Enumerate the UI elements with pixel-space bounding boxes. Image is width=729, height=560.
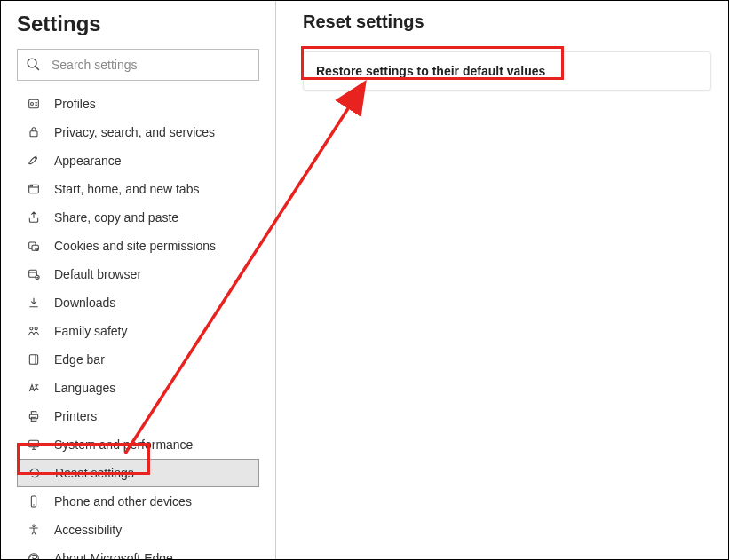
sidebar-item-printers[interactable]: Printers: [17, 402, 259, 430]
browser-icon: [26, 267, 42, 281]
sidebar-item-about[interactable]: About Microsoft Edge: [17, 544, 259, 559]
sidebar-item-label: Start, home, and new tabs: [54, 182, 199, 196]
sidebar-item-label: About Microsoft Edge: [54, 551, 173, 559]
sidebar-item-reset[interactable]: Reset settings: [17, 459, 259, 487]
svg-point-8: [30, 185, 31, 186]
restore-defaults-button[interactable]: Restore settings to their default values: [303, 51, 711, 91]
content-pane: Reset settings Restore settings to their…: [276, 1, 728, 559]
sidebar-item-label: Privacy, search, and services: [54, 125, 215, 139]
cookies-icon: [26, 239, 42, 253]
sidebar-item-system[interactable]: System and performance: [17, 430, 259, 459]
sidebar-item-label: Printers: [54, 409, 97, 423]
svg-line-1: [36, 67, 39, 70]
restore-defaults-label: Restore settings to their default values: [316, 64, 545, 78]
svg-point-16: [30, 327, 33, 330]
sidebar-item-label: Accessibility: [54, 523, 122, 537]
sidebar-item-label: Profiles: [54, 97, 96, 111]
svg-point-5: [36, 158, 37, 160]
share-icon: [26, 210, 42, 225]
settings-sidebar: Settings Profiles Privacy, search, and s…: [1, 1, 276, 559]
svg-rect-4: [30, 131, 37, 137]
sidebar-item-cookies[interactable]: Cookies and site permissions: [17, 232, 259, 260]
svg-rect-22: [31, 417, 36, 421]
sidebar-item-label: System and performance: [54, 438, 193, 452]
svg-rect-20: [29, 414, 37, 419]
sidebar-item-label: Languages: [54, 381, 115, 395]
sidebar-item-label: Cookies and site permissions: [54, 239, 216, 253]
printer-icon: [26, 409, 42, 423]
nav-list: Profiles Privacy, search, and services A…: [17, 90, 259, 559]
edge-icon: [26, 551, 42, 559]
sidebar-item-accessibility[interactable]: Accessibility: [17, 516, 259, 544]
sidebar-item-label: Share, copy and paste: [54, 210, 178, 225]
sidebar-item-label: Default browser: [54, 267, 141, 281]
phone-icon: [26, 494, 42, 509]
sidebar-item-share[interactable]: Share, copy and paste: [17, 203, 259, 232]
svg-point-17: [35, 327, 37, 330]
svg-rect-18: [29, 355, 37, 365]
svg-rect-21: [31, 412, 36, 414]
sidebar-item-phone[interactable]: Phone and other devices: [17, 487, 259, 516]
sidebar-item-default-browser[interactable]: Default browser: [17, 260, 259, 288]
svg-rect-23: [29, 440, 39, 446]
start-icon: [26, 182, 42, 196]
sidebar-item-appearance[interactable]: Appearance: [17, 146, 259, 175]
sidebar-item-label: Phone and other devices: [54, 494, 192, 509]
svg-point-3: [31, 103, 34, 106]
sidebar-item-start[interactable]: Start, home, and new tabs: [17, 175, 259, 203]
lock-icon: [26, 125, 42, 139]
sidebar-item-label: Downloads: [54, 296, 115, 310]
edgebar-icon: [26, 352, 42, 367]
accessibility-icon: [26, 523, 42, 537]
sidebar-item-label: Appearance: [54, 154, 122, 168]
system-icon: [26, 438, 42, 452]
appearance-icon: [26, 154, 42, 168]
search-input[interactable]: [17, 49, 259, 81]
sidebar-item-label: Family safety: [54, 324, 127, 338]
sidebar-title: Settings: [17, 12, 259, 36]
page-title: Reset settings: [303, 12, 728, 32]
sidebar-item-privacy[interactable]: Privacy, search, and services: [17, 118, 259, 146]
reset-icon: [27, 466, 43, 480]
sidebar-item-downloads[interactable]: Downloads: [17, 288, 259, 317]
search-wrap: [17, 49, 259, 81]
svg-point-0: [28, 59, 36, 67]
languages-icon: [26, 381, 42, 395]
sidebar-item-family[interactable]: Family safety: [17, 317, 259, 345]
sidebar-item-languages[interactable]: Languages: [17, 374, 259, 402]
svg-point-9: [32, 185, 33, 186]
sidebar-item-edgebar[interactable]: Edge bar: [17, 345, 259, 374]
sidebar-item-label: Edge bar: [54, 352, 105, 367]
download-icon: [26, 296, 42, 310]
search-icon: [26, 57, 41, 72]
family-icon: [26, 324, 42, 338]
svg-point-28: [33, 525, 35, 526]
sidebar-item-label: Reset settings: [55, 466, 134, 480]
profiles-icon: [26, 97, 42, 111]
sidebar-item-profiles[interactable]: Profiles: [17, 90, 259, 118]
